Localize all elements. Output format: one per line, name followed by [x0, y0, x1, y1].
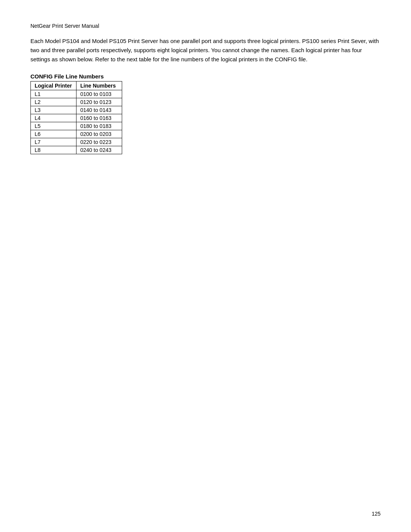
printer-cell: L2 — [31, 98, 76, 106]
page: NetGear Print Server Manual Each Model P… — [0, 0, 411, 532]
lines-cell: 0100 to 0103 — [76, 90, 122, 98]
config-table: Logical Printer Line Numbers L10100 to 0… — [30, 81, 122, 154]
table-row: L30140 to 0143 — [31, 106, 122, 114]
lines-cell: 0240 to 0243 — [76, 146, 122, 154]
printer-cell: L8 — [31, 146, 76, 154]
printer-cell: L7 — [31, 138, 76, 146]
table-row: L40160 to 0163 — [31, 114, 122, 122]
printer-cell: L6 — [31, 130, 76, 138]
table-row: L70220 to 0223 — [31, 138, 122, 146]
config-heading: CONFIG File Line Numbers — [30, 73, 381, 80]
printer-cell: L3 — [31, 106, 76, 114]
table-row: L50180 to 0183 — [31, 122, 122, 130]
col-lines-header: Line Numbers — [76, 81, 122, 90]
table-row: L80240 to 0243 — [31, 146, 122, 154]
col-printer-header: Logical Printer — [31, 81, 76, 90]
lines-cell: 0220 to 0223 — [76, 138, 122, 146]
lines-cell: 0180 to 0183 — [76, 122, 122, 130]
printer-cell: L5 — [31, 122, 76, 130]
lines-cell: 0200 to 0203 — [76, 130, 122, 138]
table-row: L20120 to 0123 — [31, 98, 122, 106]
lines-cell: 0140 to 0143 — [76, 106, 122, 114]
table-row: L60200 to 0203 — [31, 130, 122, 138]
table-row: L10100 to 0103 — [31, 90, 122, 98]
body-paragraph: Each Model PS104 and Model PS105 Print S… — [30, 37, 381, 64]
printer-cell: L4 — [31, 114, 76, 122]
page-number: 125 — [372, 511, 381, 517]
printer-cell: L1 — [31, 90, 76, 98]
manual-title: NetGear Print Server Manual — [30, 23, 381, 29]
lines-cell: 0120 to 0123 — [76, 98, 122, 106]
table-header-row: Logical Printer Line Numbers — [31, 81, 122, 90]
config-section: CONFIG File Line Numbers Logical Printer… — [30, 73, 381, 154]
lines-cell: 0160 to 0163 — [76, 114, 122, 122]
